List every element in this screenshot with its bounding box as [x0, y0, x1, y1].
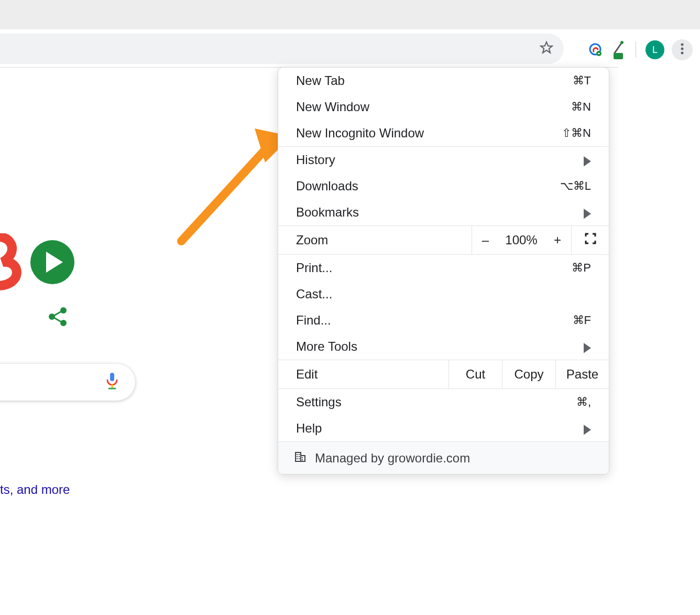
svg-rect-30 — [297, 456, 298, 457]
svg-marker-22 — [584, 156, 591, 167]
menu-item-find[interactable]: Find... ⌘F — [278, 307, 609, 333]
fullscreen-icon — [584, 232, 597, 248]
toolbar: L — [0, 34, 700, 66]
menu-label: Downloads — [296, 179, 358, 193]
omnibox[interactable] — [0, 34, 564, 64]
chevron-right-icon — [584, 425, 591, 432]
svg-rect-29 — [299, 454, 300, 455]
svg-point-8 — [681, 48, 684, 50]
menu-shortcut: ⌘T — [573, 74, 591, 88]
zoom-in-button[interactable]: + — [544, 226, 571, 254]
svg-rect-32 — [297, 458, 298, 459]
menu-item-new-incognito[interactable]: New Incognito Window ⇧⌘N — [278, 120, 609, 146]
menu-label: History — [296, 153, 335, 167]
menu-item-edit: Edit Cut Copy Paste — [278, 360, 609, 389]
star-icon[interactable] — [540, 41, 553, 57]
menu-footer-text: Managed by growordie.com — [315, 451, 470, 466]
edit-label: Edit — [278, 360, 449, 389]
menu-item-new-tab[interactable]: New Tab ⌘T — [278, 68, 609, 94]
svg-line-15 — [54, 311, 61, 316]
svg-marker-24 — [584, 343, 591, 353]
chevron-right-icon — [584, 156, 591, 164]
google-doodle-fragment — [0, 233, 79, 293]
svg-rect-26 — [296, 452, 301, 461]
chevron-right-icon — [584, 343, 591, 350]
edit-cut-button[interactable]: Cut — [449, 360, 502, 389]
menu-label: Bookmarks — [296, 205, 359, 220]
chrome-tab-strip-area — [0, 0, 700, 29]
menu-item-cast[interactable]: Cast... — [278, 281, 609, 307]
zoom-out-button[interactable]: – — [472, 226, 499, 254]
svg-rect-28 — [297, 454, 298, 455]
menu-item-zoom: Zoom – 100% + — [278, 225, 609, 255]
google-search-box[interactable] — [0, 364, 135, 401]
menu-footer-managed[interactable]: Managed by growordie.com — [278, 441, 609, 474]
extension-icon-2[interactable] — [610, 40, 626, 59]
menu-shortcut: ⌘N — [571, 100, 591, 114]
mic-icon[interactable] — [105, 372, 119, 393]
menu-item-more-tools[interactable]: More Tools — [278, 333, 609, 360]
svg-line-4 — [615, 42, 622, 53]
menu-item-downloads[interactable]: Downloads ⌥⌘L — [278, 173, 609, 199]
menu-label: New Tab — [296, 73, 345, 88]
svg-line-16 — [54, 318, 61, 322]
svg-point-12 — [49, 314, 55, 320]
extension-icon-1[interactable] — [587, 42, 603, 58]
menu-label: Help — [296, 421, 322, 436]
svg-point-7 — [681, 44, 684, 46]
menu-shortcut: ⇧⌘N — [562, 126, 591, 140]
building-icon — [294, 450, 307, 466]
edit-copy-button[interactable]: Copy — [502, 360, 555, 389]
svg-marker-0 — [541, 42, 552, 53]
menu-label: Find... — [296, 313, 331, 328]
svg-rect-34 — [302, 457, 303, 458]
vertical-dots-icon — [681, 43, 684, 57]
link-fragment[interactable]: ts, and more — [0, 482, 70, 497]
svg-rect-3 — [598, 53, 600, 54]
annotation-arrow — [171, 105, 291, 246]
svg-rect-27 — [301, 456, 305, 461]
svg-line-20 — [181, 147, 268, 241]
menu-item-new-window[interactable]: New Window ⌘N — [278, 94, 609, 120]
svg-point-5 — [620, 41, 624, 44]
menu-shortcut: ⌘F — [573, 314, 591, 327]
more-menu-button[interactable] — [672, 39, 693, 60]
menu-label: New Incognito Window — [296, 126, 424, 141]
svg-marker-25 — [584, 425, 591, 435]
menu-label: Cast... — [296, 287, 332, 301]
menu-label: More Tools — [296, 339, 357, 354]
avatar[interactable]: L — [646, 40, 664, 59]
avatar-letter: L — [652, 45, 658, 56]
menu-label: Print... — [296, 261, 332, 275]
svg-rect-6 — [614, 53, 623, 59]
menu-shortcut: ⌥⌘L — [560, 179, 591, 193]
fullscreen-button[interactable] — [571, 226, 609, 254]
menu-label: New Window — [296, 100, 369, 114]
menu-item-help[interactable]: Help — [278, 415, 609, 441]
zoom-value: 100% — [499, 226, 544, 254]
menu-item-print[interactable]: Print... ⌘P — [278, 255, 609, 281]
svg-marker-23 — [584, 209, 591, 219]
svg-rect-33 — [299, 458, 300, 459]
svg-rect-17 — [110, 373, 114, 381]
edit-paste-button[interactable]: Paste — [555, 360, 609, 389]
zoom-label: Zoom — [278, 226, 472, 254]
menu-item-bookmarks[interactable]: Bookmarks — [278, 199, 609, 225]
menu-item-settings[interactable]: Settings ⌘, — [278, 389, 609, 415]
menu-label: Settings — [296, 395, 342, 409]
chrome-main-menu: New Tab ⌘T New Window ⌘N New Incognito W… — [278, 67, 609, 474]
svg-point-13 — [60, 307, 67, 314]
svg-point-14 — [60, 320, 67, 326]
toolbar-divider — [636, 42, 636, 58]
svg-point-9 — [681, 52, 684, 55]
svg-rect-31 — [299, 456, 300, 457]
chevron-right-icon — [584, 209, 591, 216]
svg-rect-35 — [302, 459, 303, 460]
share-icon — [46, 305, 69, 330]
menu-shortcut: ⌘P — [572, 261, 591, 275]
menu-shortcut: ⌘, — [576, 395, 591, 409]
menu-item-history[interactable]: History — [278, 147, 609, 173]
